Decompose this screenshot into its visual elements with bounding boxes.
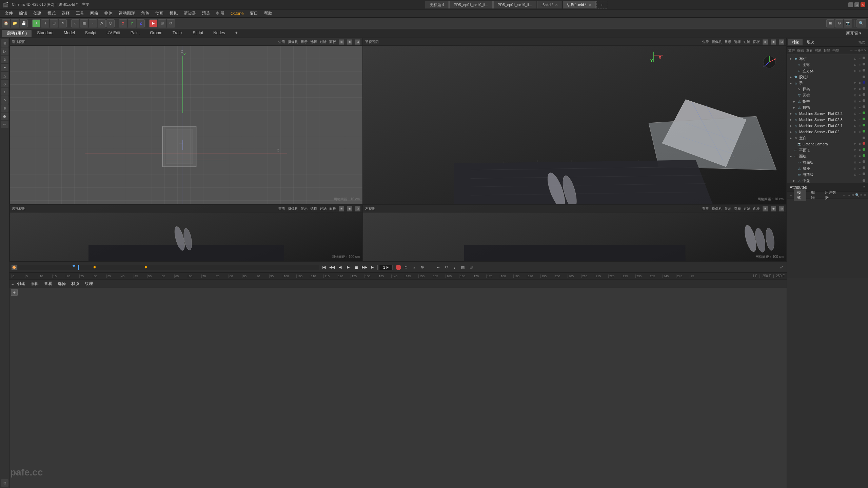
obj-mid-finger-act2[interactable]: ≡ xyxy=(858,99,862,103)
mat-menu-view[interactable]: 查看 xyxy=(42,281,54,287)
obj-base-act1[interactable]: ⊡ xyxy=(853,166,857,170)
btn-last-frame[interactable]: ▶| xyxy=(369,264,376,271)
rpanel-sub-bookmark[interactable]: 书签 xyxy=(832,48,839,53)
vp-br-icon3[interactable]: ⊡ xyxy=(779,206,784,211)
rpanel-nav-fwd[interactable]: → xyxy=(854,48,857,52)
obj-base-act2[interactable]: ≡ xyxy=(858,166,862,170)
attr-options[interactable]: ≡ xyxy=(863,185,865,189)
vp-tl-icon1[interactable]: ⊞ xyxy=(339,39,344,45)
vp-tl-icon3[interactable]: ⊡ xyxy=(355,39,360,45)
obj-torus-act1[interactable]: ⊡ xyxy=(853,63,857,67)
obj-mid-finger[interactable]: ▶ △ 指中 ⊡ ≡ xyxy=(788,98,867,104)
tab-t3c4d[interactable]: t3c4d * ✕ xyxy=(537,1,562,8)
tab-uv-edit[interactable]: UV Edit xyxy=(102,30,125,37)
obj-base[interactable]: △ 底座 ⊡ ≡ xyxy=(788,165,867,171)
menu-extend[interactable]: 扩展 xyxy=(214,10,227,17)
rpanel-nav-back[interactable]: ← xyxy=(850,48,853,52)
menu-anim[interactable]: 动画 xyxy=(153,10,166,17)
toolbar-render-btn[interactable]: ▶ xyxy=(149,19,157,27)
rpanel-sub-file[interactable]: 文件 xyxy=(788,48,795,53)
btn-auto[interactable]: ⊙ xyxy=(402,264,409,271)
obj-spline-act2[interactable]: ≡ xyxy=(858,87,862,91)
tab-new-scene[interactable]: 新开窗 ▾ xyxy=(841,30,866,37)
menu-octane[interactable]: Octane xyxy=(228,11,246,17)
obj-hand[interactable]: ▶ △ 手 ⊡ ≡ xyxy=(788,80,867,86)
obj-panel-act1[interactable]: ⊡ xyxy=(853,154,857,158)
tab-pd5-2[interactable]: PD5_ep01_sc19_li... xyxy=(493,1,537,8)
obj-screw-02-act2[interactable]: ≡ xyxy=(858,130,862,134)
vp-tl-sel[interactable]: 选择 xyxy=(310,40,317,44)
vp-tl-pan[interactable]: 面板 xyxy=(329,40,336,44)
obj-pcb-act2[interactable]: ≡ xyxy=(858,172,862,177)
sidebar-icon-9[interactable]: ⊕ xyxy=(1,104,8,112)
vp-br-cam[interactable]: 摄像机 xyxy=(712,206,722,211)
vp-tr-disp[interactable]: 显示 xyxy=(725,40,731,44)
obj-screw-022-act1[interactable]: ⊡ xyxy=(853,111,857,116)
viewport-bottom-left[interactable]: 透视视图 查看 摄像机 显示 选择 过滤 面板 ⊞ ◉ ⊡ xyxy=(9,205,363,262)
toolbar-obj[interactable]: ○ xyxy=(71,19,79,27)
tab-model[interactable]: Model xyxy=(59,30,80,37)
attr-nav-add[interactable]: ⊕ xyxy=(851,193,854,197)
vp-bl-icon2[interactable]: ◉ xyxy=(347,206,352,211)
tab-untitled[interactable]: 无标题 4 xyxy=(426,1,449,8)
toolbar-camera[interactable]: 📷 xyxy=(844,19,852,27)
obj-front-panel-act1[interactable]: ⊡ xyxy=(853,160,857,164)
btn-keyframe[interactable]: ⬦ xyxy=(411,264,417,271)
toolbar-move[interactable]: ✛ xyxy=(41,19,49,27)
rpanel-sub-edit[interactable]: 编辑 xyxy=(797,48,804,53)
menu-mesh[interactable]: 网格 xyxy=(87,10,101,17)
tab-lecture[interactable]: 讲课1.c4d * ✕ xyxy=(563,1,595,8)
mat-menu-material[interactable]: 材质 xyxy=(69,281,81,287)
vp-tl-filt[interactable]: 过滤 xyxy=(320,40,327,44)
toolbar-coord-z[interactable]: Z xyxy=(137,19,145,27)
vp-bl-view[interactable]: 查看 xyxy=(278,206,285,211)
viewport-top-left[interactable]: 透视视图 查看 摄像机 显示 选择 过滤 面板 ⊞ ◉ ⊡ xyxy=(9,38,363,204)
obj-screw-022-act2[interactable]: ≡ xyxy=(858,111,862,116)
obj-cone-act1[interactable]: ⊡ xyxy=(853,93,857,97)
rpanel-sub-tag[interactable]: 标签 xyxy=(824,48,830,53)
toolbar-mesh[interactable]: ▦ xyxy=(80,19,88,27)
obj-hand-act2[interactable]: ≡ xyxy=(858,81,862,85)
menu-object[interactable]: 物体 xyxy=(102,10,115,17)
menu-help[interactable]: 帮助 xyxy=(261,10,275,17)
obj-plane1-act1[interactable]: ⊡ xyxy=(853,148,857,152)
obj-front-panel-act2[interactable]: ≡ xyxy=(858,160,862,164)
toolbar-new[interactable]: 🏠 xyxy=(2,19,10,27)
sidebar-icon-11[interactable]: ✏ xyxy=(1,121,8,128)
vp-bl-sel[interactable]: 选择 xyxy=(310,206,317,211)
attr-tab-edit[interactable]: 编辑 xyxy=(808,189,820,201)
obj-cube[interactable]: □ 立方体 ⊡ ≡ xyxy=(788,68,867,74)
attr-tab-mode[interactable]: 模式 xyxy=(794,189,806,201)
obj-cube-act1[interactable]: ⊡ xyxy=(853,69,857,73)
mat-menu-create[interactable]: 创建 xyxy=(15,281,27,287)
obj-screw-02-act1[interactable]: ⊡ xyxy=(853,130,857,134)
btn-prev[interactable]: ◀ xyxy=(337,264,343,271)
vp-tl-view[interactable]: 查看 xyxy=(278,40,285,44)
tab-paint[interactable]: Paint xyxy=(126,30,144,37)
rpanel-sub-obj[interactable]: 对象 xyxy=(815,48,822,53)
vp-tr-icon3[interactable]: ⊡ xyxy=(779,39,784,45)
obj-screw-022[interactable]: ▶ △ Machine Screw - Flat 02.2 ⊡ ≡ xyxy=(788,110,867,117)
toolbar-scale[interactable]: ⊡ xyxy=(50,19,58,27)
btn-play[interactable]: ▶ xyxy=(345,264,352,271)
vp-tr-pan[interactable]: 面板 xyxy=(753,40,760,44)
vp-br-filt[interactable]: 过滤 xyxy=(744,206,750,211)
tab-track[interactable]: Track xyxy=(168,30,188,37)
rpanel-sub-view[interactable]: 查看 xyxy=(806,48,813,53)
menu-sim[interactable]: 模拟 xyxy=(167,10,180,17)
tab-close-lecture[interactable]: ✕ xyxy=(589,3,591,7)
sidebar-icon-5[interactable]: △ xyxy=(1,72,8,79)
rpanel-collapse[interactable]: 场次 xyxy=(857,40,867,45)
menu-file[interactable]: 文件 xyxy=(2,10,16,17)
vp-tr-view[interactable]: 查看 xyxy=(702,40,709,44)
obj-plane1-act2[interactable]: ≡ xyxy=(858,148,862,152)
menu-create[interactable]: 创建 xyxy=(31,10,44,17)
toolbar-cursor[interactable]: ✦ xyxy=(32,19,40,27)
tab-script[interactable]: Script xyxy=(188,30,208,37)
toolbar-render-settings[interactable]: ⚙ xyxy=(167,19,175,27)
maximize-button[interactable]: □ xyxy=(854,2,859,7)
tab-startup[interactable]: 启动 (用户) xyxy=(2,30,32,37)
obj-null[interactable]: ▶ ◇ 空白 xyxy=(788,135,867,141)
vp-tr-cam[interactable]: 摄像机 xyxy=(712,40,722,44)
tab-close-t3c4d[interactable]: ✕ xyxy=(555,3,558,7)
